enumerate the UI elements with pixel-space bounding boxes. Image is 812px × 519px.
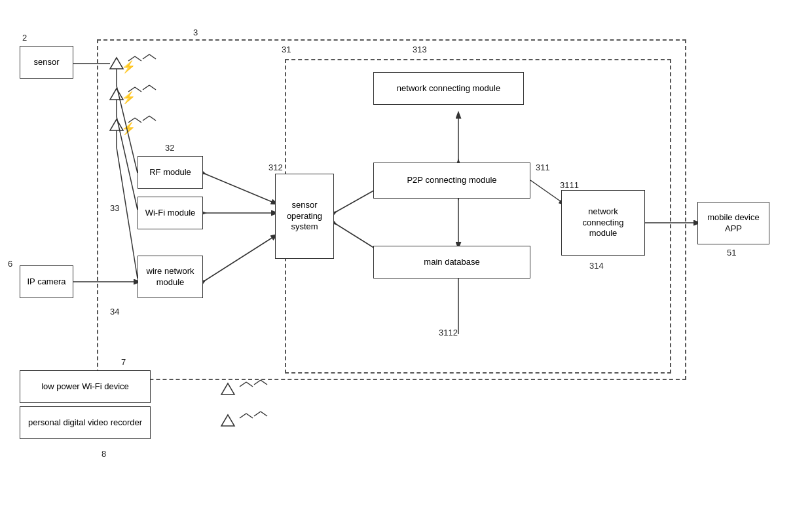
ref-7: 7 — [121, 357, 126, 367]
ref-313: 313 — [413, 45, 427, 54]
ref-3111: 3111 — [560, 180, 579, 190]
ref-51: 51 — [727, 248, 736, 258]
mobile-app-box: mobile device APP — [697, 202, 769, 244]
p2p-module-label: P2P connecting module — [407, 175, 496, 186]
ref-6: 6 — [8, 259, 12, 269]
svg-line-39 — [254, 380, 261, 385]
svg-line-44 — [254, 412, 261, 416]
ref-2: 2 — [22, 33, 27, 43]
sensor-os-box: sensor operating system — [275, 174, 334, 259]
wifi-module-box: Wi-Fi module — [138, 197, 203, 229]
svg-marker-36 — [221, 383, 234, 394]
low-power-wifi-box: low power Wi-Fi device — [20, 370, 151, 403]
ref-3: 3 — [193, 28, 198, 37]
svg-line-37 — [240, 382, 246, 387]
wifi-module-label: Wi-Fi module — [145, 208, 196, 219]
ref-33: 33 — [110, 203, 119, 213]
network-connecting-right-box: network connecting module — [561, 190, 645, 256]
main-database-label: main database — [424, 257, 479, 268]
sensor-label: sensor — [33, 57, 59, 68]
main-database-box: main database — [373, 246, 530, 279]
ref-8: 8 — [101, 449, 106, 459]
svg-line-45 — [261, 412, 267, 416]
ip-camera-box: IP camera — [20, 265, 73, 298]
p2p-module-box: P2P connecting module — [373, 163, 530, 199]
sensor-os-label: sensor operating system — [287, 200, 322, 233]
ref-312: 312 — [268, 163, 283, 172]
diagram-container: ⚡ ⚡ ⚡ — [0, 0, 812, 519]
sensor-box: sensor — [20, 46, 73, 79]
ref-311: 311 — [536, 163, 550, 172]
svg-marker-41 — [221, 415, 234, 426]
rf-module-box: RF module — [138, 156, 203, 189]
ip-camera-label: IP camera — [27, 277, 65, 288]
svg-line-38 — [246, 382, 253, 387]
network-connecting-top-box: network connecting module — [373, 72, 524, 105]
personal-dvr-label: personal digital video recorder — [28, 417, 142, 429]
svg-line-43 — [246, 413, 253, 418]
ref-314: 314 — [589, 261, 604, 271]
svg-line-40 — [261, 380, 267, 385]
personal-dvr-box: personal digital video recorder — [20, 406, 151, 439]
mobile-app-label: mobile device APP — [707, 212, 760, 235]
ref-3112: 3112 — [439, 328, 458, 337]
rf-module-label: RF module — [149, 167, 191, 178]
network-connecting-right-label: network connecting module — [583, 206, 624, 240]
low-power-wifi-label: low power Wi-Fi device — [41, 381, 129, 393]
network-connecting-top-label: network connecting module — [397, 83, 500, 94]
wire-network-module-box: wire network module — [138, 256, 203, 298]
ref-32: 32 — [165, 143, 174, 153]
wire-network-module-label: wire network module — [147, 266, 194, 288]
ref-34: 34 — [110, 307, 119, 317]
ref-31: 31 — [282, 45, 291, 54]
svg-line-42 — [240, 413, 246, 418]
